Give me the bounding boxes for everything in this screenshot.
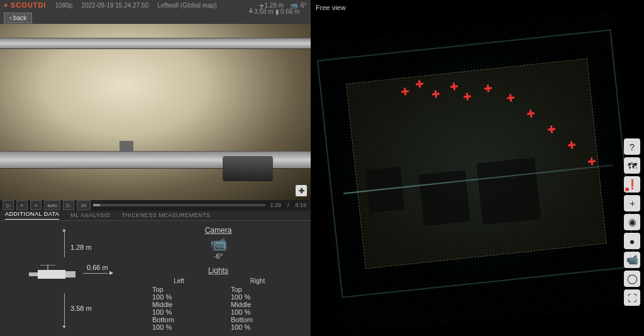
- header-stats: ┳1.28 m 📹-6° ┻3.58 m ▮0.66 m: [260, 2, 307, 9]
- marker-icon: ✚: [567, 139, 575, 147]
- dim-side-label: 0.66 m: [87, 264, 108, 271]
- help-button[interactable]: ?: [624, 138, 640, 155]
- alert-button[interactable]: ❗: [624, 176, 640, 193]
- resolution-label: 1080p: [55, 2, 73, 9]
- header-bar: SCOUTDI 1080p 2022-09-19 15.24.27.50 Lef…: [0, 0, 311, 11]
- lights-right-header: Right: [231, 277, 284, 284]
- timeline[interactable]: [93, 204, 265, 206]
- play-button[interactable]: ▷: [3, 200, 14, 210]
- dim-up-label: 1.28 m: [70, 244, 92, 251]
- marker-icon: ✚: [462, 91, 470, 99]
- details-panel: 1.28 m 0.66 m 3.58 m Camera 📹 -6° Lights…: [0, 221, 311, 336]
- dim-down-label: 3.58 m: [70, 305, 92, 312]
- cam-angle: -6°: [299, 2, 307, 9]
- brand-logo: SCOUTDI: [4, 1, 47, 9]
- step-button[interactable]: ▷: [63, 200, 74, 210]
- lights-left-header: Left: [152, 277, 206, 284]
- fullscreen-button[interactable]: ⛶: [624, 289, 640, 306]
- lights-heading: Lights: [152, 266, 284, 275]
- scene-bracket: [119, 141, 133, 151]
- view-mode-label: Free view: [316, 4, 346, 11]
- dimensions-diagram: 1.28 m 0.66 m 3.58 m: [8, 226, 133, 331]
- scene-pipe: [0, 38, 311, 49]
- marker-icon: ✚: [431, 88, 440, 96]
- video-feed: ✚: [0, 24, 311, 200]
- marker-icon: ✚: [449, 80, 457, 88]
- camera-angle-label: -6°: [152, 252, 284, 260]
- camera-icon: 📹: [152, 236, 284, 252]
- speed-button[interactable]: 2x: [77, 200, 91, 210]
- tool-column: ? 🗺 ❗ ＋ ◉ ● 📹 ◯ ⛶: [624, 138, 640, 306]
- floor-icon: ┻: [249, 8, 253, 15]
- drone-icon: [29, 265, 79, 284]
- marker-icon: ✚: [414, 78, 423, 86]
- wall-icon: ▮: [275, 8, 279, 15]
- tab-additional-data[interactable]: ADDITIONAL DATA: [5, 211, 59, 220]
- info-panel: Camera 📹 -6° Lights Left Top100 % Middle…: [133, 226, 303, 331]
- view-button[interactable]: ◉: [624, 214, 640, 230]
- point-cloud: ✚ ✚ ✚ ✚ ✚ ✚ ✚ ✚ ✚ ✚ ✚: [309, 10, 644, 336]
- timestamp-label: 2022-09-19 15.24.27.50: [81, 2, 148, 9]
- svg-rect-2: [65, 271, 75, 277]
- marker-icon: ✚: [587, 155, 595, 163]
- expand-button[interactable]: ✚: [296, 185, 307, 196]
- svg-rect-0: [38, 270, 65, 279]
- record-button[interactable]: ●: [624, 233, 640, 249]
- time-total: 8:19: [295, 202, 306, 208]
- camera-heading: Camera: [152, 226, 284, 235]
- add-button[interactable]: ＋: [624, 195, 640, 211]
- marker-icon: ✚: [526, 108, 535, 116]
- map-button[interactable]: 🗺: [624, 157, 640, 174]
- waypoint-button[interactable]: ◯: [624, 271, 640, 287]
- dist-down: 3.58 m: [254, 8, 274, 15]
- dist-side: 0.66 m: [280, 8, 300, 15]
- point-cloud-view[interactable]: Free view ✚ ✚ ✚ ✚ ✚ ✚ ✚ ✚ ✚ ✚ ✚ ? 🗺 ❗ ＋ …: [311, 0, 644, 336]
- tab-ml-analysis[interactable]: ML ANALYSIS: [70, 212, 110, 218]
- tab-thickness[interactable]: THICKNESS MEASUREMENTS: [121, 212, 210, 218]
- forward-button[interactable]: »: [30, 200, 42, 210]
- svg-rect-1: [29, 272, 38, 276]
- marker-icon: ✚: [400, 85, 408, 93]
- time-current: 1:29: [270, 202, 281, 208]
- lights-left-col: Left Top100 % Middle100 % Bottom100 %: [152, 277, 206, 331]
- rewind-button[interactable]: «: [16, 200, 28, 210]
- back-button[interactable]: ‹ back: [4, 13, 32, 23]
- camera-button[interactable]: 📹: [624, 252, 640, 268]
- marker-icon: ✚: [484, 82, 492, 91]
- auto-button[interactable]: auto: [44, 200, 60, 210]
- marker-icon: ✚: [547, 123, 555, 132]
- lights-right-col: Right Top100 % Middle100 % Bottom100 %: [231, 277, 284, 331]
- location-label: Leftwall (Global map): [157, 2, 216, 9]
- marker-icon: ✚: [506, 92, 514, 100]
- scene-robot: [223, 156, 273, 181]
- tab-bar: ADDITIONAL DATA ML ANALYSIS THICKNESS ME…: [0, 211, 311, 221]
- player-controls: ▷ « » auto ▷ 2x 1:29 / 8:19: [0, 200, 311, 210]
